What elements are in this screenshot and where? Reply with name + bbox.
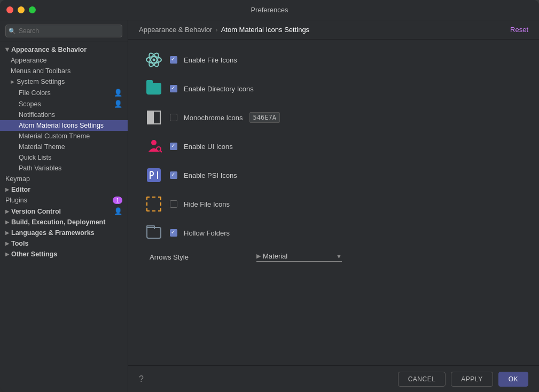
sidebar-item-label: Other Settings	[11, 250, 57, 258]
sidebar-item-menus-toolbars[interactable]: Menus and Toolbars	[0, 66, 128, 76]
monochrome-icons-icon	[144, 108, 163, 127]
minimize-button[interactable]	[18, 6, 25, 13]
file-icons-icon	[144, 50, 163, 69]
setting-row-enable-directory-icons: Enable Directory Icons	[144, 79, 523, 98]
sidebar-item-label: Appearance	[11, 57, 46, 64]
search-bar: 🔍	[0, 20, 128, 42]
arrows-style-select[interactable]: Material Darcula Plus Minus Arrows None	[263, 252, 336, 260]
sidebar-item-appearance-behavior[interactable]: ▶ Appearance & Behavior	[0, 44, 128, 55]
sidebar-item-label: Material Theme	[19, 143, 65, 151]
sidebar-item-label: File Colors	[19, 89, 51, 97]
sidebar-item-scopes[interactable]: Scopes 👤	[0, 98, 128, 109]
hollow-folders-checkbox[interactable]	[170, 229, 177, 237]
arrow-icon: ▶	[5, 241, 9, 246]
hollow-folders-icon	[144, 223, 163, 242]
setting-row-enable-ui-icons: Enable UI Icons	[144, 137, 523, 156]
enable-psi-icons-checkbox[interactable]	[170, 171, 177, 179]
sidebar-item-label: System Settings	[17, 78, 65, 85]
sidebar-item-label: Atom Material Icons Settings	[19, 122, 104, 129]
hide-file-icons-checkbox[interactable]	[170, 200, 177, 208]
apply-button[interactable]: APPLY	[451, 372, 493, 387]
help-icon[interactable]: ?	[139, 374, 144, 384]
breadcrumb-separator: ›	[215, 26, 217, 34]
breadcrumb: Appearance & Behavior › Atom Material Ic…	[128, 20, 539, 40]
sidebar-item-label: Notifications	[19, 111, 55, 119]
dropdown-arrow-icon: ▼	[336, 253, 342, 260]
sidebar-item-material-theme[interactable]: Material Theme	[0, 142, 128, 152]
arrow-icon: ▶	[11, 79, 14, 84]
sidebar-item-keymap[interactable]: Keymap	[0, 174, 128, 184]
traffic-lights	[6, 6, 36, 13]
directory-icons-icon	[144, 79, 163, 98]
arrow-icon: ▶	[5, 48, 10, 52]
cancel-button[interactable]: CANCEL	[398, 372, 446, 387]
svg-rect-10	[147, 168, 161, 182]
enable-ui-icons-checkbox[interactable]	[170, 143, 177, 150]
enable-file-icons-label: Enable File Icons	[184, 56, 237, 64]
sidebar-item-plugins[interactable]: Plugins 1	[0, 195, 128, 206]
hide-file-icons-label: Hide File Icons	[184, 200, 230, 208]
sidebar-item-label: Scopes	[19, 100, 41, 108]
sidebar-item-label: Editor	[11, 186, 30, 193]
window-title: Preferences	[251, 6, 288, 14]
sidebar-item-system-settings[interactable]: ▶ System Settings	[0, 76, 128, 87]
sidebar-item-notifications[interactable]: Notifications	[0, 109, 128, 120]
sidebar-item-tools[interactable]: ▶ Tools	[0, 238, 128, 249]
sidebar-item-label: Menus and Toolbars	[11, 67, 71, 75]
content-area: Appearance & Behavior › Atom Material Ic…	[128, 20, 539, 392]
sidebar-item-file-colors[interactable]: File Colors 👤	[0, 87, 128, 98]
sidebar-item-path-variables[interactable]: Path Variables	[0, 163, 128, 174]
directory-icon-shape	[146, 83, 161, 95]
sidebar-item-label: Version Control	[11, 208, 61, 215]
sidebar-content: ▶ Appearance & Behavior Appearance Menus…	[0, 42, 128, 392]
monochrome-value: 546E7A	[249, 112, 280, 123]
svg-point-4	[153, 59, 155, 61]
sidebar-item-material-custom-theme[interactable]: Material Custom Theme	[0, 131, 128, 142]
close-button[interactable]	[6, 6, 13, 13]
arrows-style-select-wrapper: ▶ Material Darcula Plus Minus Arrows Non…	[256, 252, 342, 262]
hollow-folder-shape	[146, 227, 161, 239]
svg-rect-6	[147, 111, 154, 124]
preferences-window: Preferences 🔍 ▶ Appearance & Behavior Ap…	[0, 0, 539, 392]
setting-row-monochrome-icons: Monochrome Icons 546E7A	[144, 108, 523, 127]
sidebar-item-label: Languages & Frameworks	[11, 229, 95, 237]
svg-line-9	[160, 151, 162, 152]
sidebar-item-atom-material-icons[interactable]: Atom Material Icons Settings	[0, 120, 128, 131]
breadcrumb-parent: Appearance & Behavior	[139, 26, 212, 34]
arrows-style-row: Arrows Style ▶ Material Darcula Plus Min…	[144, 252, 523, 262]
enable-directory-icons-checkbox[interactable]	[170, 85, 177, 92]
enable-directory-icons-label: Enable Directory Icons	[184, 85, 254, 93]
sidebar-item-build-execution[interactable]: ▶ Build, Execution, Deployment	[0, 217, 128, 228]
sidebar-item-version-control[interactable]: ▶ Version Control 👤	[0, 206, 128, 217]
sidebar: 🔍 ▶ Appearance & Behavior Appearance Men…	[0, 20, 128, 392]
sidebar-item-label: Material Custom Theme	[19, 132, 90, 140]
sidebar-item-other-settings[interactable]: ▶ Other Settings	[0, 249, 128, 260]
enable-psi-icons-label: Enable PSI Icons	[184, 171, 237, 179]
badge-icon: 👤	[114, 89, 122, 97]
settings-body: Enable File Icons Enable Directory Icons	[128, 40, 539, 365]
monochrome-icons-checkbox[interactable]	[170, 114, 177, 121]
sidebar-item-label: Path Variables	[19, 164, 61, 172]
reset-button[interactable]: Reset	[510, 26, 528, 34]
hollow-folders-label: Hollow Folders	[184, 229, 230, 237]
sidebar-item-editor[interactable]: ▶ Editor	[0, 184, 128, 195]
main-layout: 🔍 ▶ Appearance & Behavior Appearance Men…	[0, 20, 539, 392]
search-wrapper: 🔍	[5, 25, 122, 37]
setting-row-enable-file-icons: Enable File Icons	[144, 50, 523, 69]
sidebar-item-label: Quick Lists	[19, 154, 51, 161]
enable-file-icons-checkbox[interactable]	[170, 56, 177, 64]
footer: ? CANCEL APPLY OK	[128, 365, 539, 392]
setting-row-hollow-folders: Hollow Folders	[144, 223, 523, 242]
search-icon: 🔍	[9, 28, 16, 35]
ok-button[interactable]: OK	[498, 372, 528, 387]
sidebar-item-appearance[interactable]: Appearance	[0, 55, 128, 66]
sidebar-item-quick-lists[interactable]: Quick Lists	[0, 152, 128, 163]
sidebar-item-languages-frameworks[interactable]: ▶ Languages & Frameworks	[0, 228, 128, 238]
arrows-style-label: Arrows Style	[150, 253, 256, 261]
sidebar-item-label: Tools	[11, 240, 28, 247]
maximize-button[interactable]	[29, 6, 36, 13]
setting-row-hide-file-icons: Hide File Icons	[144, 194, 523, 214]
arrows-chevron-icon: ▶	[256, 253, 261, 260]
search-input[interactable]	[5, 25, 122, 37]
sidebar-item-label: Build, Execution, Deployment	[11, 218, 105, 226]
